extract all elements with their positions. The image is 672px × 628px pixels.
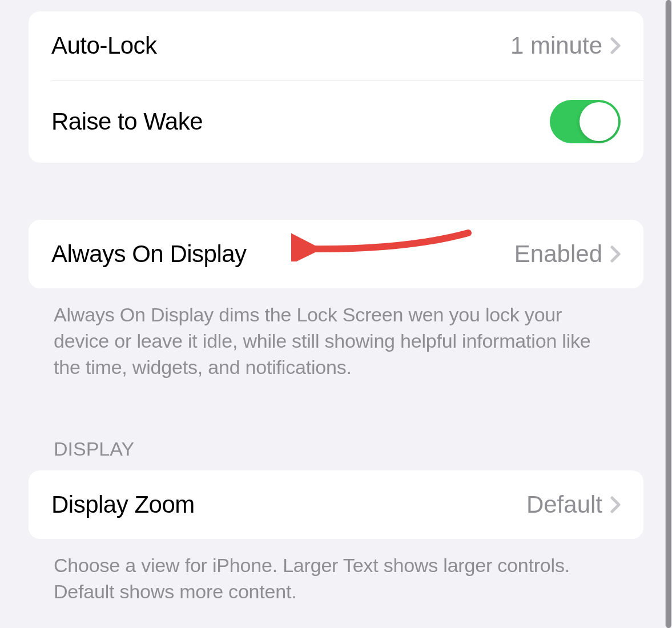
display-zoom-row[interactable]: Display Zoom Default — [29, 470, 643, 539]
always-on-display-value: Enabled — [514, 240, 602, 268]
chevron-right-icon — [610, 496, 621, 513]
display-zoom-footer: Choose a view for iPhone. Larger Text sh… — [29, 539, 643, 605]
auto-lock-row[interactable]: Auto-Lock 1 minute — [29, 11, 643, 80]
display-zoom-value: Default — [526, 491, 602, 518]
always-on-display-row[interactable]: Always On Display Enabled — [29, 220, 643, 288]
chevron-right-icon — [610, 245, 621, 263]
auto-lock-value-wrap: 1 minute — [510, 32, 621, 59]
scrollbar[interactable] — [665, 0, 672, 628]
toggle-knob — [580, 102, 618, 141]
raise-to-wake-row[interactable]: Raise to Wake — [29, 80, 643, 163]
always-on-display-footer: Always On Display dims the Lock Screen w… — [29, 288, 643, 381]
chevron-right-icon — [610, 37, 621, 54]
always-on-display-value-wrap: Enabled — [514, 240, 621, 268]
settings-group-lock: Auto-Lock 1 minute Raise to Wake — [29, 11, 643, 163]
always-on-display-label: Always On Display — [51, 240, 247, 268]
auto-lock-label: Auto-Lock — [51, 32, 157, 59]
spacer — [29, 163, 643, 220]
raise-to-wake-toggle[interactable] — [550, 100, 621, 143]
settings-group-aod: Always On Display Enabled — [29, 220, 643, 288]
raise-to-wake-label: Raise to Wake — [51, 108, 203, 135]
auto-lock-value: 1 minute — [510, 32, 602, 59]
scrollbar-thumb[interactable] — [666, 0, 671, 628]
settings-group-display: Display Zoom Default — [29, 470, 643, 539]
display-zoom-label: Display Zoom — [51, 491, 195, 518]
display-zoom-value-wrap: Default — [526, 491, 621, 518]
display-section-header: DISPLAY — [29, 438, 643, 470]
